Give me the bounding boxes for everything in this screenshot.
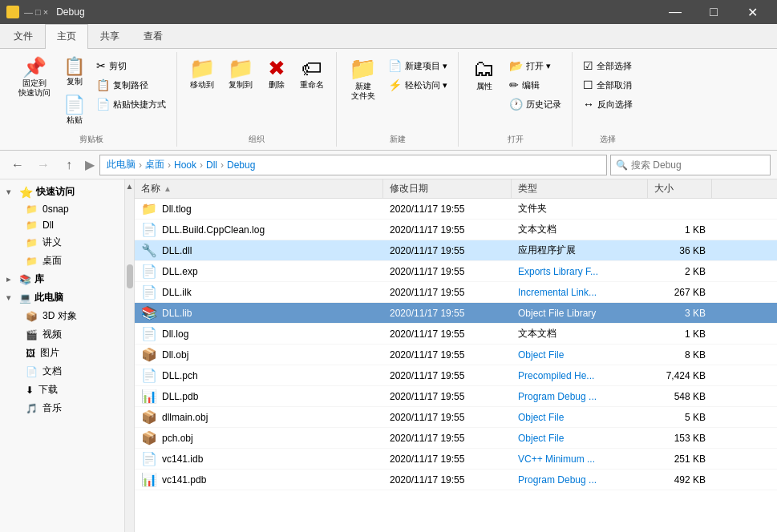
copy-button[interactable]: 📋 复制 bbox=[58, 54, 91, 91]
dllmain-obj-type: Object File bbox=[512, 412, 648, 423]
file-row-dll-tlog[interactable]: 📁 Dll.tlog 2020/11/17 19:55 文件夹 bbox=[135, 199, 777, 220]
library-label: 库 bbox=[34, 272, 44, 286]
sidebar-item-jiangyi[interactable]: 📁 讲义 bbox=[16, 233, 124, 252]
sidebar-section-quick-access[interactable]: ▾ ⭐ 快速访问 bbox=[0, 183, 124, 201]
dll-dll-name: DLL.dll bbox=[162, 245, 192, 256]
0snap-label: 0snap bbox=[42, 204, 69, 215]
rename-button[interactable]: 🏷 重命名 bbox=[294, 54, 330, 94]
navigation-bar: ← → ↑ ▶ 此电脑 › 桌面 › Hook › Dll › Debug 🔍 bbox=[0, 151, 777, 179]
file-row-dll-build-log[interactable]: 📄 DLL.Build.CppClean.log 2020/11/17 19:5… bbox=[135, 220, 777, 240]
sidebar-section-this-pc[interactable]: ▾ 💻 此电脑 bbox=[0, 288, 124, 307]
move-to-button[interactable]: 📁 移动到 bbox=[184, 54, 221, 94]
address-hook[interactable]: Hook bbox=[174, 159, 196, 171]
sidebar-item-documents[interactable]: 📄 文档 bbox=[16, 362, 124, 381]
properties-button[interactable]: 🗂 属性 bbox=[465, 54, 504, 95]
dll-pdb-icon: 📊 bbox=[141, 389, 157, 404]
sidebar-item-dll[interactable]: 📁 Dll bbox=[16, 217, 124, 233]
new-group-label: 新建 bbox=[390, 131, 406, 147]
sidebar-item-downloads[interactable]: ⬇ 下载 bbox=[16, 381, 124, 399]
invert-select-button[interactable]: ↔ 反向选择 bbox=[579, 95, 637, 113]
copy-path-button[interactable]: 📋 复制路径 bbox=[92, 76, 170, 94]
col-header-size[interactable]: 大小 bbox=[648, 179, 712, 198]
paste-label: 粘贴 bbox=[67, 115, 83, 125]
open-group-label: 打开 bbox=[508, 131, 524, 147]
edit-button[interactable]: ✏ 编辑 bbox=[505, 76, 565, 94]
paste-shortcut-button[interactable]: 📄 粘贴快捷方式 bbox=[92, 95, 170, 113]
documents-icon: 📄 bbox=[26, 366, 38, 377]
quick-access-label: 快速访问 bbox=[36, 185, 75, 199]
sidebar-item-3d-objects[interactable]: 📦 3D 对象 bbox=[16, 307, 124, 325]
scroll-track[interactable] bbox=[125, 192, 134, 532]
paste-button[interactable]: 📄 粘贴 bbox=[58, 92, 91, 129]
history-button[interactable]: 🕐 历史记录 bbox=[505, 95, 565, 113]
window-controls-placeholder: — □ × bbox=[24, 7, 48, 17]
address-bar[interactable]: 此电脑 › 桌面 › Hook › Dll › Debug bbox=[99, 155, 607, 175]
copy-to-button[interactable]: 📁 复制到 bbox=[222, 54, 259, 94]
edit-label: 编辑 bbox=[522, 79, 540, 91]
tab-share[interactable]: 共享 bbox=[88, 24, 132, 48]
address-dll[interactable]: Dll bbox=[206, 159, 217, 171]
close-button[interactable]: ✕ bbox=[734, 0, 771, 24]
col-header-type[interactable]: 类型 bbox=[512, 179, 648, 198]
paste-shortcut-label: 粘贴快捷方式 bbox=[113, 99, 166, 111]
file-row-vc141-pdb[interactable]: 📊 vc141.pdb 2020/11/17 19:55 Program Deb… bbox=[135, 470, 777, 490]
dll-log-name: Dll.log bbox=[162, 328, 188, 340]
delete-button[interactable]: ✖ 删除 bbox=[261, 54, 293, 94]
back-button[interactable]: ← bbox=[6, 154, 29, 176]
tab-home[interactable]: 主页 bbox=[45, 24, 88, 49]
tab-file[interactable]: 文件 bbox=[2, 24, 45, 48]
col-header-date[interactable]: 修改日期 bbox=[383, 179, 512, 198]
address-desktop[interactable]: 桌面 bbox=[145, 158, 164, 171]
maximize-button[interactable]: □ bbox=[695, 0, 732, 24]
minimize-button[interactable]: — bbox=[657, 0, 694, 24]
0snap-icon: 📁 bbox=[26, 204, 38, 215]
sidebar-section-library[interactable]: ▸ 📚 库 bbox=[0, 270, 124, 288]
up-button[interactable]: ↑ bbox=[58, 154, 80, 176]
search-input[interactable] bbox=[631, 159, 765, 171]
search-box[interactable]: 🔍 bbox=[610, 155, 771, 175]
sidebar-item-0snap[interactable]: 📁 0snap bbox=[16, 201, 124, 217]
invert-select-label: 反向选择 bbox=[597, 99, 633, 111]
select-all-button[interactable]: ☑ 全部选择 bbox=[579, 57, 637, 75]
sidebar-item-pictures[interactable]: 🖼 图片 bbox=[16, 344, 124, 362]
tab-view[interactable]: 查看 bbox=[132, 24, 175, 48]
file-row-pch-obj[interactable]: 📦 pch.obj 2020/11/17 19:55 Object File 1… bbox=[135, 428, 777, 449]
file-row-dllmain-obj[interactable]: 📦 dllmain.obj 2020/11/17 19:55 Object Fi… bbox=[135, 407, 777, 428]
file-row-dll-pdb[interactable]: 📊 DLL.pdb 2020/11/17 19:55 Program Debug… bbox=[135, 386, 777, 407]
file-row-dll-lib[interactable]: 📚 DLL.lib 2020/11/17 19:55 Object File L… bbox=[135, 303, 777, 324]
scroll-up-arrow[interactable]: ▲ bbox=[125, 179, 134, 192]
file-row-dll-dll[interactable]: 🔧 DLL.dll 2020/11/17 19:55 应用程序扩展 36 KB bbox=[135, 240, 777, 261]
new-folder-button[interactable]: 📁 新建文件夹 bbox=[343, 54, 382, 105]
address-this-pc[interactable]: 此电脑 bbox=[107, 158, 136, 171]
dllmain-obj-size: 5 KB bbox=[648, 412, 712, 423]
file-row-dll-obj[interactable]: 📦 Dll.obj 2020/11/17 19:55 Object File 8… bbox=[135, 345, 777, 365]
col-header-name[interactable]: 名称 ▲ bbox=[135, 179, 383, 198]
col-type-label: 类型 bbox=[518, 182, 537, 195]
sidebar-item-video[interactable]: 🎬 视频 bbox=[16, 325, 124, 344]
sidebar-item-desktop[interactable]: 📁 桌面 bbox=[16, 252, 124, 270]
sidebar-item-music[interactable]: 🎵 音乐 bbox=[16, 399, 124, 417]
dllmain-obj-date: 2020/11/17 19:55 bbox=[383, 412, 512, 423]
forward-button[interactable]: → bbox=[32, 154, 55, 176]
scroll-thumb[interactable] bbox=[127, 264, 133, 288]
music-label: 音乐 bbox=[42, 401, 62, 415]
file-row-dll-pch[interactable]: 📄 DLL.pch 2020/11/17 19:55 Precompiled H… bbox=[135, 365, 777, 386]
address-expand-icon[interactable]: ▶ bbox=[85, 157, 95, 172]
file-row-dll-ilk[interactable]: 📄 DLL.ilk 2020/11/17 19:55 Incremental L… bbox=[135, 282, 777, 303]
deselect-all-button[interactable]: ☐ 全部取消 bbox=[579, 76, 637, 94]
dll-log-icon: 📄 bbox=[141, 326, 157, 341]
easy-access-button[interactable]: ⚡ 轻松访问 ▾ bbox=[384, 76, 451, 94]
pin-to-quick-access-button[interactable]: 📌 固定到快速访问 bbox=[13, 54, 56, 102]
open-button[interactable]: 📂 打开 ▾ bbox=[505, 57, 565, 75]
sidebar-scrollbar[interactable]: ▲ ▼ bbox=[124, 179, 134, 532]
file-row-dll-log[interactable]: 📄 Dll.log 2020/11/17 19:55 文本文档 1 KB bbox=[135, 324, 777, 345]
main-area: ▾ ⭐ 快速访问 📁 0snap 📁 Dll 📁 讲义 📁 bbox=[0, 179, 777, 532]
new-item-icon: 📄 bbox=[388, 59, 402, 72]
3d-objects-icon: 📦 bbox=[26, 311, 38, 322]
address-debug[interactable]: Debug bbox=[227, 159, 255, 171]
new-item-button[interactable]: 📄 新建项目 ▾ bbox=[384, 57, 451, 75]
file-row-dll-exp[interactable]: 📄 DLL.exp 2020/11/17 19:55 Exports Libra… bbox=[135, 261, 777, 282]
dll-build-log-name: DLL.Build.CppClean.log bbox=[162, 224, 265, 236]
cut-button[interactable]: ✂ 剪切 bbox=[92, 57, 170, 75]
file-row-vc141-idb[interactable]: 📄 vc141.idb 2020/11/17 19:55 VC++ Minimu… bbox=[135, 449, 777, 470]
